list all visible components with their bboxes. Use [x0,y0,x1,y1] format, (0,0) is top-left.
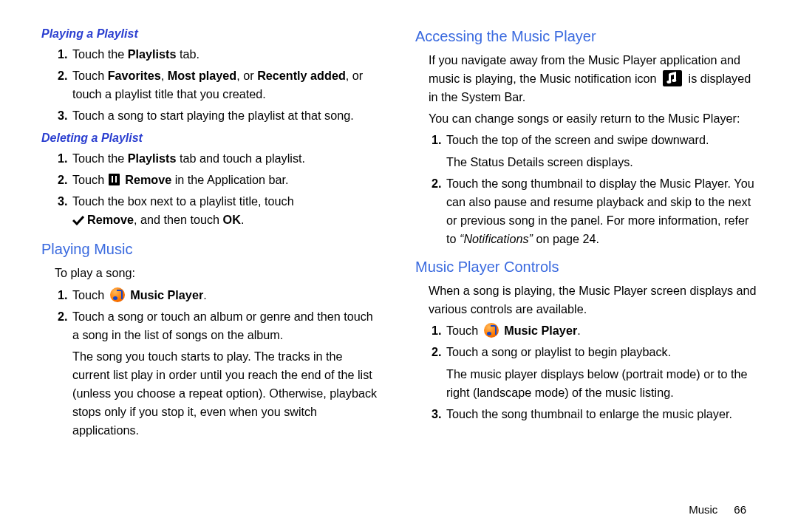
heading-deleting-a-playlist: Deleting a Playlist [41,129,383,148]
music-player-icon [110,287,125,302]
deleting-playlist-steps: Touch the Playlists tab and touch a play… [41,149,383,231]
left-column: Playing a Playlist Touch the Playlists t… [41,25,399,517]
music-note-icon [663,70,682,86]
list-item: Touch the Playlists tab and touch a play… [71,149,383,168]
list-item: Touch the song thumbnail to display the … [445,174,757,248]
accessing-music-steps: Touch the top of the screen and swipe do… [415,131,757,248]
footer-page-number: 66 [734,503,746,516]
playing-music-steps: Touch Music Player. Touch a song or touc… [41,286,383,440]
check-icon [72,212,84,231]
heading-playing-music: Playing Music [41,238,383,261]
list-item: Touch a song or playlist to begin playba… [445,343,757,401]
heading-playing-a-playlist: Playing a Playlist [41,25,383,44]
list-item: Touch a song to start playing the playli… [71,106,383,125]
footer-section: Music [689,503,717,516]
amp-paragraph-2: You can change songs or easily return to… [415,109,757,128]
playing-music-intro: To play a song: [41,264,383,282]
heading-music-player-controls: Music Player Controls [415,256,757,279]
amp-paragraph-1: If you navigate away from the Music Play… [415,51,757,106]
mpc-paragraph-1: When a song is playing, the Music Player… [415,282,757,318]
list-item: Touch a song or touch an album or genre … [71,307,383,440]
heading-accessing-music-player: Accessing the Music Player [415,25,757,48]
trash-icon [109,174,120,185]
music-controls-steps: Touch Music Player. Touch a song or play… [415,321,757,423]
list-item: Touch Favorites, Most played, or Recentl… [71,66,383,103]
right-column: Accessing the Music Player If you naviga… [399,25,757,517]
list-item: Touch Music Player. [445,321,757,340]
music-player-icon [484,323,499,338]
page: Playing a Playlist Touch the Playlists t… [0,0,798,532]
list-item: Touch the song thumbnail to enlarge the … [445,405,757,423]
list-item: Touch the Playlists tab. [71,45,383,64]
list-item: Touch the top of the screen and swipe do… [445,131,757,171]
list-item: Touch the box next to a playlist title, … [71,192,383,231]
list-item: Touch Remove in the Application bar. [71,171,383,189]
playing-playlist-steps: Touch the Playlists tab. Touch Favorites… [41,45,383,125]
list-item: Touch Music Player. [71,286,383,304]
page-footer: Music66 [689,503,746,516]
